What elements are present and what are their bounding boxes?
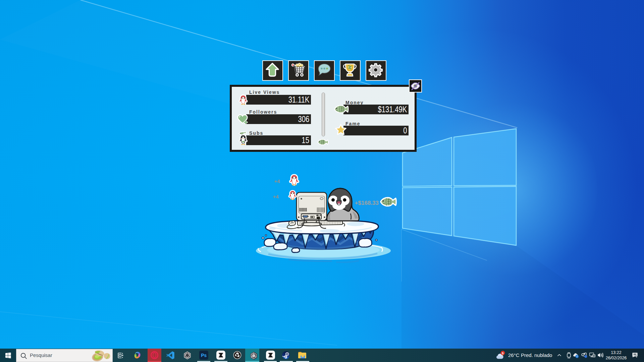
svg-text:1: 1 [349, 66, 351, 69]
svg-text:5: 5 [502, 351, 504, 355]
svg-text:+$168.33: +$168.33 [355, 200, 379, 206]
svg-text:Ps: Ps [201, 353, 207, 358]
svg-text:+4: +4 [274, 178, 280, 184]
svg-text:+4: +4 [273, 194, 279, 199]
